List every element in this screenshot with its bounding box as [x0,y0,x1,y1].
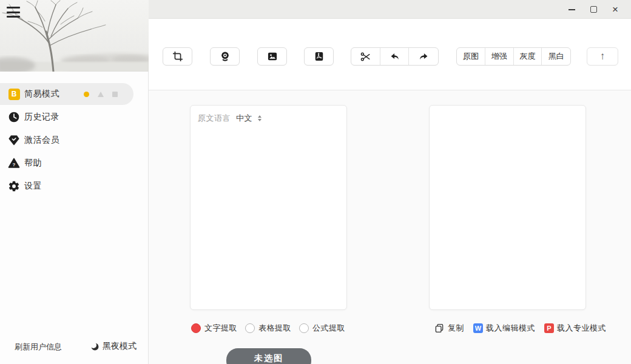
filter-button-group: 原图 增强 灰度 黑白 [456,47,571,66]
copy-button[interactable]: 复制 [434,323,464,334]
filter-grayscale-button[interactable]: 灰度 [514,48,542,65]
sidebar: B 简易模式 历史记录 [0,0,149,364]
radio-table-extract[interactable]: 表格提取 [245,323,291,334]
maximize-icon [590,6,597,13]
webcam-icon [219,50,231,62]
redo-button[interactable] [409,48,438,65]
window-controls: × [561,0,626,19]
radio-selected-icon [191,323,201,333]
language-selector[interactable]: 原文语言 中文 [198,113,262,124]
cut-button[interactable] [351,48,380,65]
refresh-user-info-link[interactable]: 刷新用户信息 [15,342,62,352]
sidebar-item-label: 帮助 [24,158,42,169]
ppt-icon: P [544,323,554,333]
dark-mode-label: 黑夜模式 [103,341,137,352]
load-pro-mode-button[interactable]: P 载入专业模式 [544,323,606,334]
minimize-icon [569,9,575,10]
edit-button-group [351,47,439,66]
radio-text-extract[interactable]: 文字提取 [191,323,237,334]
language-label: 原文语言 [198,113,231,124]
square-indicator-icon[interactable] [112,92,118,97]
minimize-button[interactable] [561,0,582,19]
sidebar-item-membership[interactable]: 激活会员 [0,129,149,151]
sidebar-footer: 刷新用户信息 黑夜模式 [0,334,149,364]
clock-icon [7,110,21,124]
crop-button[interactable] [163,47,192,66]
app-window: B 简易模式 历史记录 [0,0,631,364]
copy-icon [434,323,445,334]
moon-icon [90,342,100,352]
sidebar-item-simple-mode[interactable]: B 简易模式 [0,83,133,105]
dark-mode-toggle[interactable]: 黑夜模式 [90,341,137,352]
word-icon: W [473,323,483,333]
gem-icon [7,133,21,147]
gear-icon [7,180,21,193]
result-panel[interactable] [429,105,586,310]
radio-unselected-icon [245,323,255,333]
sidebar-menu: B 简易模式 历史记录 [0,83,149,198]
toolbar: 原图 增强 灰度 黑白 ↑ [149,19,631,90]
pdf-icon [313,50,325,62]
dot-indicator-icon[interactable] [84,92,89,97]
upload-button[interactable]: ↑ [587,47,618,66]
sidebar-item-settings[interactable]: 设置 [0,175,149,197]
load-edit-mode-button[interactable]: W 载入编辑模式 [473,323,535,334]
result-action-group: 复制 W 载入编辑模式 P 载入专业模式 [434,322,606,334]
maximize-button[interactable] [582,0,604,19]
svg-text:?: ? [13,162,16,167]
undo-icon [389,51,400,62]
content-area: 原文语言 中文 文字提取 表格提取 [149,90,631,364]
radio-formula-extract[interactable]: 公式提取 [299,323,345,334]
open-image-button[interactable] [257,47,287,66]
sidebar-item-label: 简易模式 [24,89,59,99]
menu-icon[interactable] [6,5,22,19]
crop-icon [172,50,184,62]
close-icon: × [612,4,618,15]
undo-button[interactable] [380,48,410,65]
simple-mode-icon: B [7,87,21,101]
sidebar-item-label: 激活会员 [24,135,59,146]
sidebar-banner-photo [0,0,149,72]
filter-bw-button[interactable]: 黑白 [542,48,570,65]
scissors-icon [360,51,371,62]
extract-mode-group: 文字提取 表格提取 公式提取 [191,322,345,334]
triangle-indicator-icon[interactable] [98,92,104,97]
filter-original-button[interactable]: 原图 [457,48,485,65]
open-pdf-button[interactable] [304,47,334,66]
filter-enhance-button[interactable]: 增强 [485,48,514,65]
sidebar-item-label: 设置 [24,181,42,192]
camera-capture-button[interactable] [210,47,240,66]
no-image-selected-button[interactable]: 未选图 [226,348,311,364]
updown-arrows-icon [258,115,262,121]
source-image-panel[interactable]: 原文语言 中文 [190,105,347,310]
close-button[interactable]: × [604,0,626,19]
titlebar[interactable]: × [149,0,631,19]
up-arrow-icon: ↑ [600,50,606,62]
language-value: 中文 [236,113,252,124]
redo-icon [418,51,430,62]
sidebar-item-help[interactable]: ? 帮助 [0,152,149,174]
sidebar-item-history[interactable]: 历史记录 [0,106,149,128]
radio-unselected-icon [299,323,309,333]
tree-landscape-image [0,0,149,72]
image-icon [266,50,278,62]
main-area: × [149,0,631,364]
mode-indicators [84,83,118,105]
help-triangle-icon: ? [7,157,21,170]
sidebar-item-label: 历史记录 [24,112,59,123]
